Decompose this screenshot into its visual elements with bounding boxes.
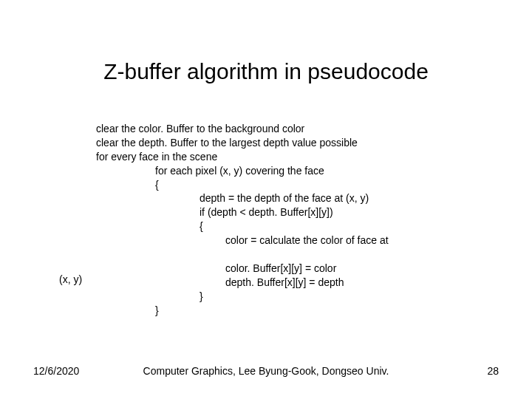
xy-label: (x, y)	[59, 273, 82, 285]
code-line: }	[96, 290, 510, 304]
code-line: clear the color. Buffer to the backgroun…	[96, 122, 510, 136]
code-line: {	[96, 178, 510, 192]
code-line	[96, 248, 510, 262]
footer-center: Computer Graphics, Lee Byung-Gook, Dongs…	[0, 365, 532, 377]
footer-page: 28	[487, 365, 499, 377]
code-line: color = calculate the color of face at	[96, 233, 510, 248]
code-line: for each pixel (x, y) covering the face	[96, 164, 510, 178]
code-line: {	[96, 219, 510, 233]
code-line: depth. Buffer[x][y] = depth	[96, 276, 510, 290]
slide: Z-buffer algorithm in pseudocode clear t…	[0, 0, 532, 399]
code-line: if (depth < depth. Buffer[x][y])	[96, 205, 510, 219]
code-line: for every face in the scene	[96, 150, 510, 164]
slide-title: Z-buffer algorithm in pseudocode	[0, 59, 532, 84]
code-line: color. Buffer[x][y] = color	[96, 262, 510, 276]
code-line: depth = the depth of the face at (x, y)	[96, 191, 510, 205]
pseudocode-block: clear the color. Buffer to the backgroun…	[96, 122, 510, 317]
code-line: }	[96, 304, 510, 318]
code-line: clear the depth. Buffer to the largest d…	[96, 136, 510, 150]
